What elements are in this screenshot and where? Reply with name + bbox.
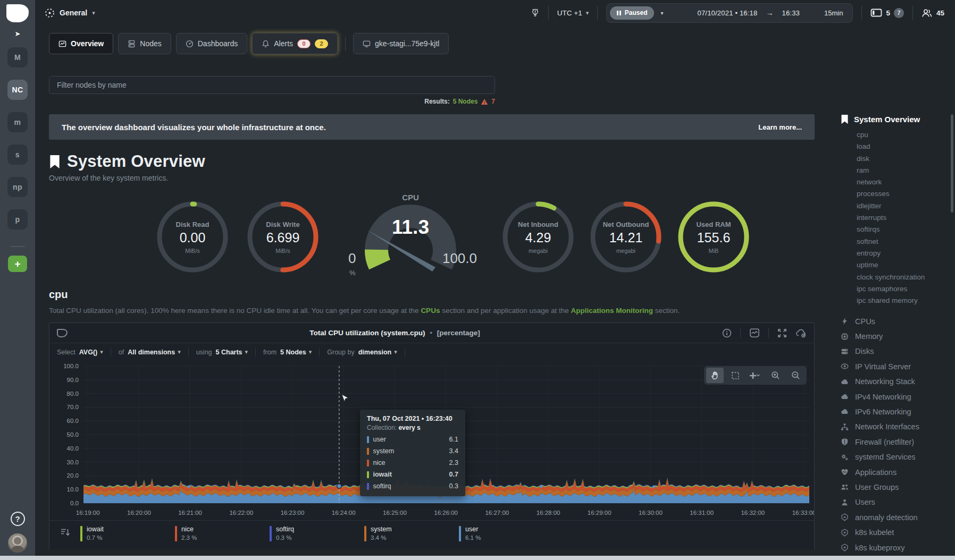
tab-alerts[interactable]: Alerts 0 2	[252, 33, 338, 54]
topbar-divider	[548, 6, 549, 20]
sidebar-subitem[interactable]: idlejitter	[841, 200, 955, 212]
sidebar-subitem[interactable]: ram	[841, 165, 955, 176]
space-picker[interactable]: General ▾	[45, 8, 95, 18]
tab-overview[interactable]: Overview	[49, 33, 113, 54]
sidebar-subitem[interactable]: clock synchronization	[841, 271, 955, 283]
space-avatar-p[interactable]: p	[7, 209, 28, 230]
sidebar-subitem[interactable]: softirqs	[841, 224, 955, 235]
space-avatar-np[interactable]: np	[7, 177, 28, 197]
chart-control-dropdown[interactable]: Group by dimension ▾	[327, 348, 412, 357]
date-range-end[interactable]: 16:33	[782, 9, 800, 17]
cpus-link[interactable]: CPUs	[421, 307, 440, 315]
sidebar-subitem[interactable]: network	[841, 176, 955, 188]
sidebar-subitem[interactable]: cpu	[841, 129, 955, 141]
sidebar-section-item[interactable]: Disks	[841, 344, 955, 359]
sidebar-section-item[interactable]: Users	[841, 495, 955, 510]
expand-sidebar-icon[interactable]: ➤	[15, 30, 21, 38]
crosshair-tool-button[interactable]	[747, 368, 764, 383]
chart-control-dropdown[interactable]: of All dimensions ▾	[119, 348, 196, 357]
sidebar-section-item[interactable]: IP Virtual Server	[841, 359, 955, 374]
user-avatar[interactable]	[8, 533, 27, 553]
space-avatar-m2[interactable]: m	[7, 112, 28, 132]
sidebar-section-item[interactable]: Applications	[841, 464, 955, 479]
legend-item[interactable]: softirq 0.3 %	[270, 525, 364, 541]
sidebar-subitem[interactable]: interrupts	[841, 212, 955, 224]
sidebar-subitem[interactable]: load	[841, 141, 955, 152]
info-banner: The overview dashboard visualizes your w…	[49, 114, 815, 140]
box-select-tool-button[interactable]	[726, 368, 744, 383]
legend-item[interactable]: system 3.4 %	[364, 525, 459, 541]
tab-node-gke[interactable]: gke-stagi...75e9-kjtl	[353, 33, 449, 54]
chart-plot-area[interactable]: 0.010.020.030.040.050.060.070.080.090.01…	[49, 361, 814, 520]
chart-control-dropdown[interactable]: using 5 Charts ▾	[196, 348, 263, 357]
sidebar-section-item[interactable]: User Groups	[841, 480, 955, 495]
gauge-used-ram[interactable]: Used RAM 155.6 MiB	[674, 197, 753, 277]
sidebar-subitem[interactable]: disk	[841, 153, 955, 165]
sidebar-section-item[interactable]: k8s kubeproxy	[841, 540, 955, 555]
add-space-button[interactable]: +	[8, 256, 27, 272]
tab-dashboards[interactable]: Dashboards	[176, 33, 248, 54]
zoom-out-button[interactable]	[787, 368, 805, 383]
dashboards-icon	[186, 40, 194, 48]
sidebar-section-item[interactable]: k8s kubelet	[841, 525, 955, 540]
paused-button[interactable]: Paused	[610, 6, 654, 20]
svg-text:60.0: 60.0	[67, 418, 79, 424]
svg-text:30.0: 30.0	[67, 459, 79, 465]
sidebar-title: System Overview	[854, 115, 920, 124]
cloud-add-icon[interactable]	[795, 328, 807, 338]
results-node-count[interactable]: 5 Nodes	[453, 98, 478, 105]
sidebar-subitem[interactable]: softnet	[841, 236, 955, 248]
timezone-selector[interactable]: UTC +1 ▾	[557, 9, 589, 17]
zoom-in-button[interactable]	[767, 368, 784, 383]
scrollbar-thumb[interactable]	[951, 114, 953, 213]
space-avatar-s[interactable]: s	[7, 145, 28, 165]
sidebar-system-overview[interactable]: System Overview	[841, 114, 955, 124]
sidebar-section-item[interactable]: CPUs	[841, 313, 955, 328]
system-overview-header: System Overview	[49, 152, 815, 171]
legend-item[interactable]: user 6.1 %	[459, 525, 554, 541]
chart-control-dropdown[interactable]: Select AVG() ▾	[57, 348, 119, 357]
gauge-net-outbound[interactable]: Net Outbound 14.21 megabi	[586, 197, 666, 277]
filter-nodes-input[interactable]	[49, 76, 495, 94]
sitemap-icon	[841, 423, 849, 431]
nodes-indicator[interactable]: 5 7	[870, 8, 904, 18]
sidebar-subitem[interactable]: ipc semaphores	[841, 283, 955, 295]
sidebar-section-item[interactable]: IPv6 Networking	[841, 404, 955, 419]
chart-control-dropdown[interactable]: from 5 Nodes ▾	[263, 348, 327, 357]
netdata-logo[interactable]	[6, 4, 29, 22]
date-range-start[interactable]: 07/10/2021 • 16:18	[698, 9, 758, 17]
space-avatar-m[interactable]: M	[7, 47, 28, 67]
legend-item[interactable]: nice 2.3 %	[175, 525, 270, 541]
chevron-down-icon[interactable]: ▾	[660, 10, 663, 16]
tab-nodes[interactable]: Nodes	[118, 33, 171, 54]
sidebar-section-item[interactable]: Firewall (netfilter)	[841, 435, 955, 449]
sidebar-subitem[interactable]: entropy	[841, 248, 955, 259]
pan-tool-button[interactable]	[706, 368, 724, 383]
sidebar-subitem[interactable]: processes	[841, 188, 955, 200]
fullscreen-icon[interactable]	[777, 328, 787, 338]
sidebar-section-item[interactable]: Networking Stack	[841, 374, 955, 389]
gauge-disk-write[interactable]: Disk Write 6.699 MiB/s	[243, 197, 323, 277]
sidebar-section-item[interactable]: anomaly detection	[841, 510, 955, 525]
sidebar-section-item[interactable]: Network Interfaces	[841, 419, 955, 434]
gauge-disk-read[interactable]: Disk Read 0.00 MiB/s	[153, 197, 232, 277]
learn-more-link[interactable]: Learn more...	[758, 123, 802, 131]
tab-label: Overview	[71, 39, 104, 48]
help-button[interactable]: ?	[11, 512, 25, 526]
sidebar-section-label: Disks	[855, 347, 874, 355]
gauge-cpu[interactable]: CPU 11.3 0 100.0 %	[344, 193, 477, 277]
sidebar-section-item[interactable]: IPv4 Networking	[841, 389, 955, 404]
whats-new-bulb-icon[interactable]	[531, 8, 540, 18]
users-indicator[interactable]: 45	[922, 9, 944, 18]
sidebar-section-item[interactable]: Memory	[841, 329, 955, 344]
legend-sort-icon[interactable]	[60, 528, 71, 537]
sidebar-subitem[interactable]: ipc shared memory	[841, 295, 955, 307]
space-avatar-nc[interactable]: NC	[7, 80, 28, 100]
legend-item[interactable]: iowait 0.7 %	[80, 525, 175, 541]
sidebar-subitem[interactable]: uptime	[841, 259, 955, 271]
applications-monitoring-link[interactable]: Applications Monitoring	[571, 307, 654, 315]
chart-info-icon[interactable]	[722, 328, 732, 338]
gauge-net-inbound[interactable]: Net Inbound 4.29 megabi	[498, 197, 578, 277]
sidebar-section-item[interactable]: systemd Services	[841, 449, 955, 464]
chart-type-icon[interactable]	[749, 328, 760, 338]
